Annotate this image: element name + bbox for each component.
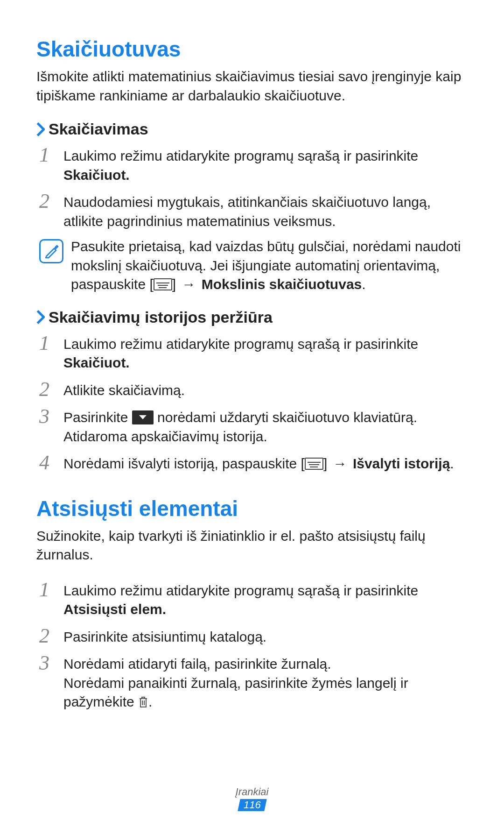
step-item: 4 Norėdami išvalyti istoriją, paspauskit… [36,452,468,474]
step-text: Naudodamiesi mygtukais, atitinkančiais s… [63,191,468,231]
step-text: Atlikite skaičiavimą. [63,379,468,400]
text-run: Norėdami atidaryti failą, pasirinkite žu… [63,655,468,674]
heading-downloads: Atsisiųsti elementai [36,496,468,521]
arrow-icon: → [180,276,197,292]
page-number-badge: 116 [238,799,266,811]
text-bold: Skaičiuot. [63,167,130,183]
chevron-right-icon [36,122,45,136]
text-run: . [148,694,152,709]
dropdown-icon [132,410,154,424]
step-number: 1 [39,333,63,353]
text-run: ] [323,456,331,471]
step-number: 4 [39,452,63,473]
intro-calculator: Išmokite atlikti matematinius skaičiavim… [36,67,468,105]
text-bold: Skaičiuot. [63,355,130,370]
subhead-history: Skaičiavimų istorijos peržiūra [36,308,468,326]
step-text: Pasirinkite norėdami uždaryti skaičiuotu… [63,406,468,446]
menu-icon [305,458,323,470]
step-text: Laukimo režimu atidarykite programų sąra… [63,580,468,619]
footer-section-label: Įrankiai [0,786,504,798]
step-text: Norėdami išvalyti istoriją, paspauskite … [63,452,468,474]
step-number: 2 [39,379,63,400]
step-text: Laukimo režimu atidarykite programų sąra… [63,145,468,184]
step-item: 1 Laukimo režimu atidarykite programų są… [36,145,468,184]
text-run: Laukimo režimu atidarykite programų sąra… [63,583,418,598]
note-icon [39,239,63,263]
text-run: Laukimo režimu atidarykite programų sąra… [63,148,418,163]
note-text: Pasukite prietaisą, kad vaizdas būtų gul… [71,237,468,294]
subhead-calculation: Skaičiavimas [36,120,468,138]
menu-icon [154,278,172,290]
page-number: 116 [244,799,261,811]
intro-downloads: Sužinokite, kaip tvarkyti iš žiniatinkli… [36,527,468,565]
heading-calculator: Skaičiuotuvas [36,36,468,62]
step-number: 1 [39,580,63,600]
text-run: Norėdami išvalyti istoriją, paspauskite … [63,456,305,471]
step-number: 3 [39,406,63,427]
text-bold: Mokslinis skaičiuotuvas [197,276,362,292]
trash-icon [138,696,148,708]
page-footer: Įrankiai 116 [0,786,504,811]
step-item: 2 Atlikite skaičiavimą. [36,379,468,400]
step-number: 3 [39,653,63,673]
text-run: . [450,456,454,471]
text-bold: Išvalyti istoriją [349,456,450,471]
step-item: 3 Pasirinkite norėdami uždaryti skaičiuo… [36,406,468,446]
step-number: 1 [39,145,63,165]
arrow-icon: → [331,456,349,471]
text-run: . [362,276,365,292]
text-run: Norėdami panaikinti žurnalą, pasirinkite… [63,675,408,710]
chevron-right-icon [36,310,45,324]
step-item: 1 Laukimo režimu atidarykite programų są… [36,333,468,373]
step-text: Pasirinkite atsisiuntimų katalogą. [63,626,468,647]
subhead-title: Skaičiavimas [49,120,148,138]
step-item: 2 Naudodamiesi mygtukais, atitinkančiais… [36,191,468,231]
text-run: Pasirinkite [63,410,132,425]
step-item: 3 Norėdami atidaryti failą, pasirinkite … [36,653,468,712]
text-run: Laukimo režimu atidarykite programų sąra… [63,336,418,352]
text-bold: Atsisiųsti elem. [63,601,166,617]
step-number: 2 [39,191,63,212]
text-run: ] [172,276,180,292]
step-number: 2 [39,626,63,646]
step-item: 2 Pasirinkite atsisiuntimų katalogą. [36,626,468,647]
subhead-title: Skaičiavimų istorijos peržiūra [49,308,273,326]
note-box: Pasukite prietaisą, kad vaizdas būtų gul… [36,237,468,294]
step-text: Norėdami atidaryti failą, pasirinkite žu… [63,653,468,712]
step-text: Laukimo režimu atidarykite programų sąra… [63,333,468,373]
step-item: 1 Laukimo režimu atidarykite programų są… [36,580,468,619]
